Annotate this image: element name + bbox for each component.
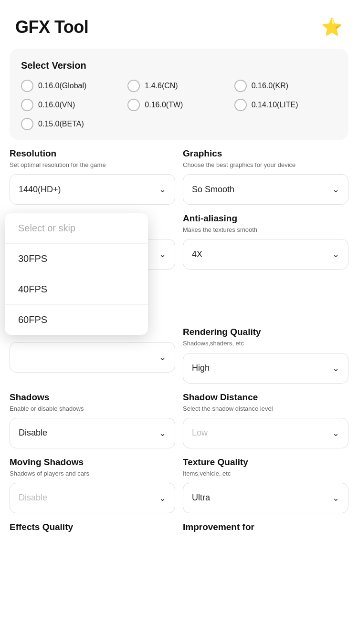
antialiasing-dropdown[interactable]: 4X ⌄ xyxy=(183,239,348,270)
star-icon: ⭐ xyxy=(321,17,343,37)
row-shadows-distance: Shadows Enable or disable shadows Disabl… xyxy=(10,392,348,448)
shadow-distance-value: Low xyxy=(192,428,208,438)
effects-quality-col: Effects Quality xyxy=(10,522,175,534)
row-effects-improvement: Effects Quality Improvement for xyxy=(10,522,348,534)
resolution-chevron-icon: ⌄ xyxy=(159,184,166,195)
effects-quality-title: Effects Quality xyxy=(10,522,175,532)
fps-chevron-icon: ⌄ xyxy=(159,249,166,260)
shadows-value: Disable xyxy=(19,428,47,438)
row-style-rendering: Style ⌄ Rendering Quality Shadows,shader… xyxy=(10,327,348,383)
shadows-chevron-icon: ⌄ xyxy=(159,428,166,438)
version-option-lite[interactable]: 0.14.10(LITE) xyxy=(234,99,337,111)
row-resolution-graphics: Resolution Set optimal resolution for th… xyxy=(10,148,348,205)
moving-shadows-chevron-icon: ⌄ xyxy=(159,493,166,503)
version-option-kr[interactable]: 0.16.0(KR) xyxy=(234,80,337,92)
texture-quality-desc: Items,vehicle, etc xyxy=(183,469,348,478)
antialiasing-value: 4X xyxy=(192,249,202,260)
version-label-tw: 0.16.0(TW) xyxy=(145,101,183,109)
version-grid: 0.16.0(Global) 1.4.6(CN) 0.16.0(KR) 0.16… xyxy=(21,80,337,130)
rendering-chevron-icon: ⌄ xyxy=(332,363,339,374)
fps-menu-item-skip[interactable]: Select or skip xyxy=(5,213,148,244)
row-moving-shadows-texture: Moving Shadows Shadows of players and ca… xyxy=(10,457,348,513)
graphics-desc: Choose the best graphics for your device xyxy=(183,161,348,169)
style-dropdown[interactable]: ⌄ xyxy=(10,342,175,373)
moving-shadows-desc: Shadows of players and cars xyxy=(10,469,175,478)
graphics-chevron-icon: ⌄ xyxy=(332,184,339,195)
antialiasing-col: Anti-aliasing Makes the textures smooth … xyxy=(183,213,348,270)
page: GFX Tool ⭐ Select Version 0.16.0(Global)… xyxy=(0,0,358,644)
moving-shadows-title: Moving Shadows xyxy=(10,457,175,467)
radio-kr[interactable] xyxy=(234,80,247,92)
texture-quality-dropdown[interactable]: Ultra ⌄ xyxy=(183,483,348,513)
graphics-col: Graphics Choose the best graphics for yo… xyxy=(183,148,348,205)
resolution-dropdown[interactable]: 1440(HD+) ⌄ xyxy=(10,174,175,205)
improvement-for-col: Improvement for xyxy=(183,522,348,534)
rendering-value: High xyxy=(192,363,210,373)
resolution-title: Resolution xyxy=(10,148,175,159)
shadow-distance-dropdown[interactable]: Low ⌄ xyxy=(183,418,348,448)
version-option-vn[interactable]: 0.16.0(VN) xyxy=(21,99,124,111)
radio-beta[interactable] xyxy=(21,118,33,130)
radio-lite[interactable] xyxy=(234,99,247,111)
antialiasing-desc: Makes the textures smooth xyxy=(183,226,348,234)
graphics-dropdown[interactable]: So Smooth ⌄ xyxy=(183,174,348,205)
shadow-distance-desc: Select the shadow distance level xyxy=(183,405,348,413)
version-label-vn: 0.16.0(VN) xyxy=(38,101,75,109)
version-label-kr: 0.16.0(KR) xyxy=(252,82,288,90)
settings-area: Resolution Set optimal resolution for th… xyxy=(0,148,358,534)
version-title: Select Version xyxy=(21,60,337,71)
version-label-lite: 0.14.10(LITE) xyxy=(252,101,298,109)
version-option-cn[interactable]: 1.4.6(CN) xyxy=(127,80,230,92)
antialiasing-title: Anti-aliasing xyxy=(183,213,348,224)
shadows-dropdown[interactable]: Disable ⌄ xyxy=(10,418,175,448)
resolution-value: 1440(HD+) xyxy=(19,185,61,195)
texture-quality-title: Texture Quality xyxy=(183,457,348,467)
version-label-global: 0.16.0(Global) xyxy=(38,82,86,90)
fps-menu: Select or skip 30FPS 40FPS 60FPS xyxy=(5,213,148,335)
fps-menu-item-60[interactable]: 60FPS xyxy=(5,305,148,335)
radio-tw[interactable] xyxy=(127,99,140,111)
texture-quality-chevron-icon: ⌄ xyxy=(332,493,339,503)
moving-shadows-dropdown[interactable]: Disable ⌄ xyxy=(10,483,175,513)
style-chevron-icon: ⌄ xyxy=(159,352,166,363)
rendering-dropdown[interactable]: High ⌄ xyxy=(183,353,348,384)
moving-shadows-col: Moving Shadows Shadows of players and ca… xyxy=(10,457,175,513)
style-col: Style ⌄ xyxy=(10,327,175,383)
improvement-for-title: Improvement for xyxy=(183,522,348,532)
version-section: Select Version 0.16.0(Global) 1.4.6(CN) … xyxy=(10,49,348,140)
radio-cn[interactable] xyxy=(127,80,140,92)
texture-quality-value: Ultra xyxy=(192,493,210,503)
version-label-beta: 0.15.0(BETA) xyxy=(38,120,84,128)
shadow-distance-title: Shadow Distance xyxy=(183,392,348,403)
version-option-global[interactable]: 0.16.0(Global) xyxy=(21,80,124,92)
antialiasing-chevron-icon: ⌄ xyxy=(332,249,339,260)
version-label-cn: 1.4.6(CN) xyxy=(145,82,178,90)
row-fps-antialiasing: FPS Unlock maximum FPS limit ⌄ Select or… xyxy=(10,213,348,270)
page-title: GFX Tool xyxy=(15,17,88,37)
resolution-desc: Set optimal resolution for the game xyxy=(10,161,175,169)
radio-global[interactable] xyxy=(21,80,33,92)
resolution-col: Resolution Set optimal resolution for th… xyxy=(10,148,175,205)
rendering-col: Rendering Quality Shadows,shaders, etc H… xyxy=(183,327,348,383)
shadow-distance-col: Shadow Distance Select the shadow distan… xyxy=(183,392,348,448)
graphics-title: Graphics xyxy=(183,148,348,159)
shadow-distance-chevron-icon: ⌄ xyxy=(332,428,339,438)
version-option-tw[interactable]: 0.16.0(TW) xyxy=(127,99,230,111)
shadows-desc: Enable or disable shadows xyxy=(10,405,175,413)
moving-shadows-value: Disable xyxy=(19,493,47,503)
rendering-desc: Shadows,shaders, etc xyxy=(183,339,348,348)
fps-col: FPS Unlock maximum FPS limit ⌄ Select or… xyxy=(10,213,175,270)
radio-vn[interactable] xyxy=(21,99,33,111)
texture-quality-col: Texture Quality Items,vehicle, etc Ultra… xyxy=(183,457,348,513)
header: GFX Tool ⭐ xyxy=(0,0,358,49)
shadows-title: Shadows xyxy=(10,392,175,403)
shadows-col: Shadows Enable or disable shadows Disabl… xyxy=(10,392,175,448)
graphics-value: So Smooth xyxy=(192,185,234,195)
fps-menu-item-40[interactable]: 40FPS xyxy=(5,274,148,305)
fps-menu-item-30[interactable]: 30FPS xyxy=(5,244,148,274)
rendering-title: Rendering Quality xyxy=(183,327,348,337)
version-option-beta[interactable]: 0.15.0(BETA) xyxy=(21,118,124,130)
